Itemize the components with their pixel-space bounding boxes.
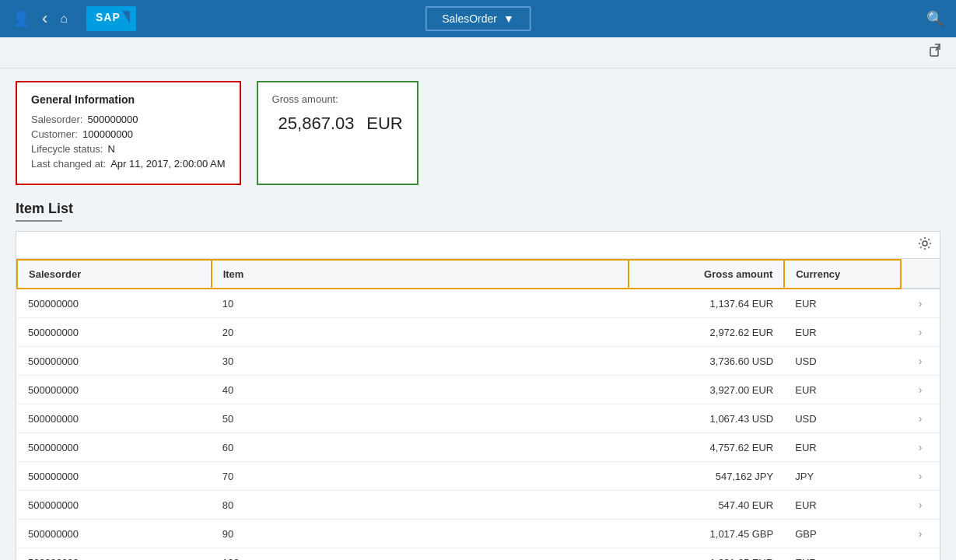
cell-item: 20 <box>212 318 629 347</box>
gross-amount-currency: EUR <box>366 114 402 133</box>
table-toolbar <box>16 232 940 259</box>
item-list-section: Item List Salesorder Item Gross amount <box>16 201 940 560</box>
cell-arrow[interactable]: › <box>901 433 940 462</box>
back-icon[interactable]: ‹ <box>42 9 47 29</box>
cell-salesorder: 500000000 <box>17 404 212 433</box>
cell-salesorder: 500000000 <box>17 520 212 548</box>
cell-arrow[interactable]: › <box>901 404 940 433</box>
col-header-item[interactable]: Item <box>212 260 629 289</box>
table-row[interactable]: 500000000403,927.00 EUREUR› <box>17 376 940 404</box>
table-row[interactable]: 500000000901,017.45 GBPGBP› <box>17 520 940 548</box>
sap-logo-text: SAP <box>86 6 136 31</box>
gross-amount-value: 25,867.03 EUR <box>272 110 403 135</box>
table-row[interactable]: 500000000303,736.60 USDUSD› <box>17 347 940 376</box>
customer-value: 100000000 <box>82 128 133 140</box>
cell-item: 60 <box>212 433 629 462</box>
last-changed-value: Apr 11, 2017, 2:00:00 AM <box>110 158 225 170</box>
sap-logo: SAP <box>86 6 136 31</box>
cell-salesorder: 500000000 <box>17 318 212 347</box>
cell-currency: GBP <box>784 520 901 548</box>
gross-amount-label: Gross amount: <box>272 93 403 105</box>
cell-item: 80 <box>212 491 629 520</box>
cell-salesorder: 500000000 <box>17 289 212 318</box>
search-icon[interactable]: 🔍 <box>926 11 944 26</box>
cell-item: 70 <box>212 462 629 491</box>
cell-currency: EUR <box>784 289 901 318</box>
header-right: 🔍 <box>926 10 944 27</box>
cell-currency: EUR <box>784 376 901 404</box>
lifecycle-value: N <box>108 143 115 155</box>
gear-svg <box>918 236 932 250</box>
cell-arrow[interactable]: › <box>901 462 940 491</box>
table-row[interactable]: 500000000202,972.62 EUREUR› <box>17 318 940 347</box>
cell-gross-amount: 1,137.64 EUR <box>629 289 784 318</box>
table-row[interactable]: 500000000101,137.64 EUREUR› <box>17 289 940 318</box>
table-row[interactable]: 500000000604,757.62 EUREUR› <box>17 433 940 462</box>
app-header: 👤 ‹ ⌂ SAP SalesOrder ▼ 🔍 <box>0 0 956 37</box>
svg-point-5 <box>923 241 927 246</box>
cell-item: 10 <box>212 289 629 318</box>
table-row[interactable]: 5000000001001,231.65 EUREUR› <box>17 548 940 561</box>
col-header-arrow <box>901 260 940 289</box>
table-header: Salesorder Item Gross amount Currency <box>17 260 940 289</box>
cell-item: 90 <box>212 520 629 548</box>
col-header-currency[interactable]: Currency <box>784 260 901 289</box>
home-icon[interactable]: ⌂ <box>60 12 68 26</box>
svg-text:SAP: SAP <box>96 11 121 23</box>
cell-gross-amount: 547.40 EUR <box>629 491 784 520</box>
header-left-icons: 👤 ‹ ⌂ SAP <box>12 6 136 31</box>
lifecycle-label: Lifecycle status: <box>31 143 103 155</box>
sub-header <box>0 37 956 68</box>
main-content: General Information Salesorder: 50000000… <box>0 68 956 560</box>
settings-icon[interactable] <box>918 236 932 254</box>
cell-item: 40 <box>212 376 629 404</box>
share-icon[interactable] <box>930 44 944 61</box>
cell-salesorder: 500000000 <box>17 491 212 520</box>
sales-order-label: SalesOrder <box>442 12 497 25</box>
salesorder-label: Salesorder: <box>31 114 82 125</box>
table-header-row: Salesorder Item Gross amount Currency <box>17 260 940 289</box>
cell-arrow[interactable]: › <box>901 520 940 548</box>
lifecycle-row: Lifecycle status: N <box>31 143 226 155</box>
cell-currency: EUR <box>784 433 901 462</box>
cell-gross-amount: 4,757.62 EUR <box>629 433 784 462</box>
dropdown-icon: ▼ <box>503 12 514 25</box>
cell-gross-amount: 2,972.62 EUR <box>629 318 784 347</box>
cell-arrow[interactable]: › <box>901 548 940 561</box>
cell-arrow[interactable]: › <box>901 318 940 347</box>
cell-salesorder: 500000000 <box>17 548 212 561</box>
cell-salesorder: 500000000 <box>17 376 212 404</box>
table-row[interactable]: 500000000501,067.43 USDUSD› <box>17 404 940 433</box>
cell-currency: EUR <box>784 548 901 561</box>
sales-order-button[interactable]: SalesOrder ▼ <box>425 6 531 31</box>
last-changed-label: Last changed at: <box>31 158 106 170</box>
cell-arrow[interactable]: › <box>901 376 940 404</box>
cell-currency: USD <box>784 347 901 376</box>
header-center: SalesOrder ▼ <box>425 6 531 31</box>
item-list-table: Salesorder Item Gross amount Currency 50… <box>16 259 940 560</box>
general-info-card: General Information Salesorder: 50000000… <box>16 81 241 185</box>
cell-arrow[interactable]: › <box>901 347 940 376</box>
sap-logo-svg: SAP <box>93 8 130 26</box>
cell-gross-amount: 547,162 JPY <box>629 462 784 491</box>
cell-gross-amount: 1,017.45 GBP <box>629 520 784 548</box>
item-list-table-container: Salesorder Item Gross amount Currency 50… <box>16 231 940 560</box>
section-divider <box>16 220 62 222</box>
cell-gross-amount: 1,067.43 USD <box>629 404 784 433</box>
salesorder-row: Salesorder: 500000000 <box>31 114 226 125</box>
col-header-salesorder[interactable]: Salesorder <box>17 260 212 289</box>
customer-row: Customer: 100000000 <box>31 128 226 140</box>
last-changed-row: Last changed at: Apr 11, 2017, 2:00:00 A… <box>31 158 226 170</box>
table-row[interactable]: 50000000070547,162 JPYJPY› <box>17 462 940 491</box>
table-row[interactable]: 50000000080547.40 EUREUR› <box>17 491 940 520</box>
col-header-gross-amount[interactable]: Gross amount <box>629 260 784 289</box>
user-icon[interactable]: 👤 <box>12 10 30 27</box>
gross-amount-number: 25,867.03 <box>278 114 355 133</box>
cell-item: 30 <box>212 347 629 376</box>
general-info-title: General Information <box>31 93 226 106</box>
cell-item: 50 <box>212 404 629 433</box>
cell-arrow[interactable]: › <box>901 289 940 318</box>
cell-arrow[interactable]: › <box>901 491 940 520</box>
cell-gross-amount: 1,231.65 EUR <box>629 548 784 561</box>
cell-currency: USD <box>784 404 901 433</box>
